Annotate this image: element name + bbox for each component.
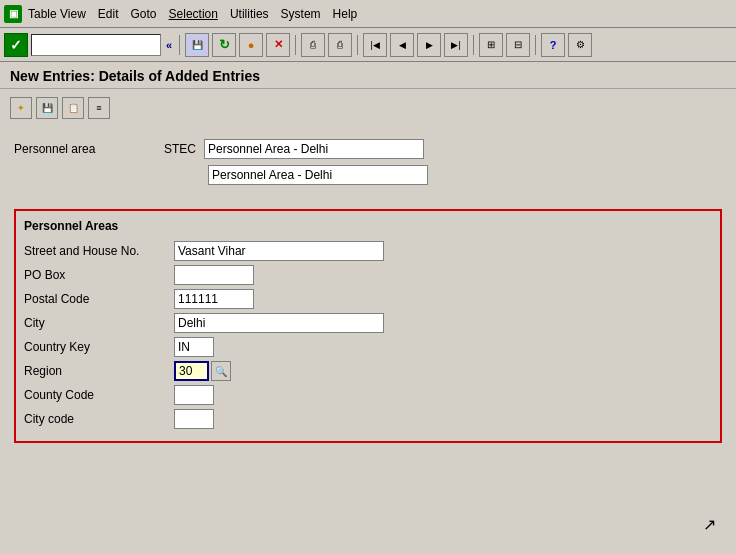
postal-code-input[interactable] xyxy=(174,289,254,309)
postal-code-label: Postal Code xyxy=(24,292,174,306)
expand-button[interactable]: ⊞ xyxy=(479,33,503,57)
country-key-label: Country Key xyxy=(24,340,174,354)
region-input[interactable] xyxy=(174,361,209,381)
personnel-area-code: STEC xyxy=(164,142,204,156)
street-house-label: Street and House No. xyxy=(24,244,174,258)
command-input[interactable] xyxy=(31,34,161,56)
toolbar: ✓ « 💾 ↻ ● ✕ ⎙ ⎙ |◀ ◀ ▶ ▶| ⊞ ⊟ ? ⚙ xyxy=(0,28,736,62)
form-area: Personnel area STEC xyxy=(0,131,736,199)
separator-3 xyxy=(357,35,358,55)
county-code-label: County Code xyxy=(24,388,174,402)
po-box-input[interactable] xyxy=(174,265,254,285)
po-box-label: PO Box xyxy=(24,268,174,282)
region-search-button[interactable]: 🔍 xyxy=(211,361,231,381)
personnel-areas-box: Personnel Areas Street and House No. PO … xyxy=(14,209,722,443)
sec-btn-1[interactable]: ✦ xyxy=(10,97,32,119)
first-record-button[interactable]: |◀ xyxy=(363,33,387,57)
print-button[interactable]: ⎙ xyxy=(301,33,325,57)
menu-edit[interactable]: Edit xyxy=(98,7,119,21)
separator-2 xyxy=(295,35,296,55)
menu-selection[interactable]: Selection xyxy=(169,7,218,21)
country-key-input[interactable] xyxy=(174,337,214,357)
postal-code-row: Postal Code xyxy=(24,289,712,309)
city-row: City xyxy=(24,313,712,333)
menu-utilities[interactable]: Utilities xyxy=(230,7,269,21)
settings-button[interactable]: ⚙ xyxy=(568,33,592,57)
sec-btn-4[interactable]: ≡ xyxy=(88,97,110,119)
separator-1 xyxy=(179,35,180,55)
city-input[interactable] xyxy=(174,313,384,333)
county-code-row: County Code xyxy=(24,385,712,405)
prev-record-button[interactable]: ◀ xyxy=(390,33,414,57)
separator-4 xyxy=(473,35,474,55)
confirm-button[interactable]: ✓ xyxy=(4,33,28,57)
page-header: New Entries: Details of Added Entries xyxy=(0,62,736,89)
po-box-row: PO Box xyxy=(24,265,712,285)
collapse-button[interactable]: ⊟ xyxy=(506,33,530,57)
main-content: New Entries: Details of Added Entries ✦ … xyxy=(0,62,736,522)
personnel-area-label: Personnel area xyxy=(14,142,164,156)
personnel-area-sub-input[interactable] xyxy=(208,165,428,185)
secondary-toolbar: ✦ 💾 📋 ≡ xyxy=(0,93,736,123)
city-code-label: City code xyxy=(24,412,174,426)
country-key-row: Country Key xyxy=(24,337,712,357)
cancel-button[interactable]: ✕ xyxy=(266,33,290,57)
personnel-area-sub-row xyxy=(14,165,722,185)
street-house-input[interactable] xyxy=(174,241,384,261)
street-house-row: Street and House No. xyxy=(24,241,712,261)
city-code-row: City code xyxy=(24,409,712,429)
page-title: New Entries: Details of Added Entries xyxy=(10,68,260,84)
help-button[interactable]: ? xyxy=(541,33,565,57)
menu-system[interactable]: System xyxy=(281,7,321,21)
stop-button[interactable]: ● xyxy=(239,33,263,57)
save-button[interactable]: 💾 xyxy=(185,33,209,57)
app-icon: ▣ xyxy=(4,5,22,23)
city-label: City xyxy=(24,316,174,330)
menu-items: Table View Edit Goto Selection Utilities… xyxy=(28,7,357,21)
sec-btn-3[interactable]: 📋 xyxy=(62,97,84,119)
personnel-area-input[interactable] xyxy=(204,139,424,159)
next-record-button[interactable]: ▶ xyxy=(417,33,441,57)
region-label: Region xyxy=(24,364,174,378)
sec-btn-2[interactable]: 💾 xyxy=(36,97,58,119)
print-preview-button[interactable]: ⎙ xyxy=(328,33,352,57)
personnel-area-row: Personnel area STEC xyxy=(14,139,722,159)
city-code-input[interactable] xyxy=(174,409,214,429)
menu-goto[interactable]: Goto xyxy=(131,7,157,21)
menu-bar: ▣ Table View Edit Goto Selection Utiliti… xyxy=(0,0,736,28)
menu-table-view[interactable]: Table View xyxy=(28,7,86,21)
menu-help[interactable]: Help xyxy=(333,7,358,21)
county-code-input[interactable] xyxy=(174,385,214,405)
last-record-button[interactable]: ▶| xyxy=(444,33,468,57)
personnel-areas-title: Personnel Areas xyxy=(24,219,712,233)
refresh-button[interactable]: ↻ xyxy=(212,33,236,57)
region-row: Region 🔍 xyxy=(24,361,712,381)
nav-back-button[interactable]: « xyxy=(164,39,174,51)
separator-5 xyxy=(535,35,536,55)
